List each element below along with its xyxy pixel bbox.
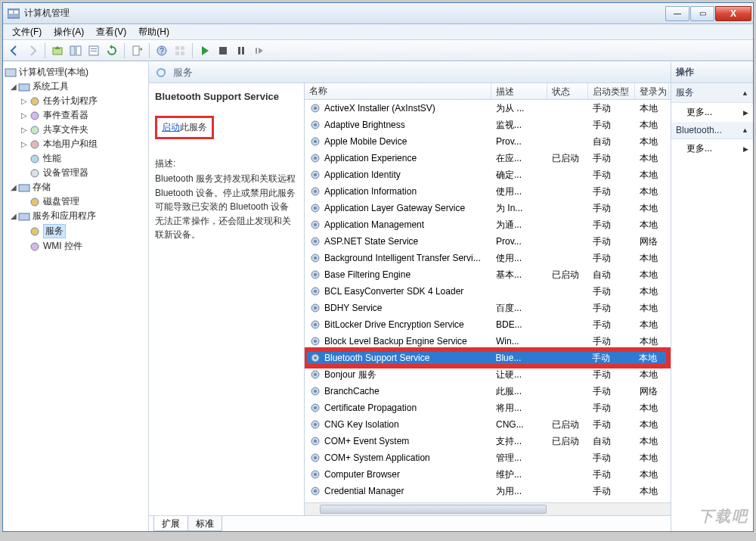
gear-icon: [309, 285, 321, 297]
scrollbar-thumb[interactable]: [320, 505, 547, 514]
list-row[interactable]: BranchCache此服...手动网络: [305, 383, 671, 400]
menu-action[interactable]: 操作(A): [48, 24, 90, 40]
list-row[interactable]: BitLocker Drive Encryption ServiceBDE...…: [305, 316, 671, 333]
list-row[interactable]: COM+ Event System支持...已启动自动本地: [305, 433, 671, 449]
menu-view[interactable]: 查看(V): [90, 24, 132, 40]
column-startup[interactable]: 启动类型: [588, 83, 635, 99]
action-more-1[interactable]: 更多... ▶: [671, 103, 753, 122]
close-button[interactable]: X: [715, 6, 751, 21]
tree-toggle-icon[interactable]: ◢: [9, 183, 18, 191]
tree-group[interactable]: ◢存储: [5, 180, 147, 194]
menu-file[interactable]: 文件(F): [6, 24, 48, 40]
list-row[interactable]: Base Filtering Engine基本...已启动自动本地: [305, 266, 671, 283]
list-row[interactable]: Bonjour 服务让硬...手动本地: [305, 366, 671, 383]
tree-toggle-icon[interactable]: ◢: [9, 82, 18, 91]
svg-point-79: [314, 473, 317, 476]
tree-toggle-icon[interactable]: ▷: [20, 140, 29, 148]
forward-icon[interactable]: [24, 42, 41, 59]
cell-desc: 为用...: [491, 485, 547, 498]
grid-icon[interactable]: [172, 42, 188, 59]
cell-name: Adaptive Brightness: [324, 120, 405, 130]
cell-desc: 百度...: [491, 302, 547, 315]
menu-help[interactable]: 帮助(H): [132, 24, 175, 40]
tree-item[interactable]: ▷本地用户和组: [5, 137, 147, 151]
menu-bar: 文件(F) 操作(A) 查看(V) 帮助(H): [3, 24, 753, 40]
list-row[interactable]: Apple Mobile DeviceProv...自动本地: [305, 133, 671, 150]
tree-item[interactable]: 设备管理器: [5, 166, 147, 180]
action-more-2[interactable]: 更多... ▶: [671, 139, 753, 158]
list-row[interactable]: COM+ System Application管理...手动本地: [305, 449, 671, 466]
tree-toggle-icon[interactable]: ◢: [9, 212, 18, 220]
action-section-services[interactable]: 服务 ▲: [671, 83, 753, 103]
tree-item[interactable]: 服务: [5, 223, 147, 239]
list-row[interactable]: Computer Browser维护...手动本地: [305, 466, 671, 483]
tree-item[interactable]: ▷共享文件夹: [5, 123, 147, 137]
list-row[interactable]: Application Information使用...手动本地: [305, 183, 671, 200]
tree-item[interactable]: ▷事件查看器: [5, 108, 147, 123]
list-row[interactable]: Application Identity确定...手动本地: [305, 166, 671, 183]
list-row[interactable]: BDHY Service百度...手动本地: [305, 300, 671, 316]
list-header-row[interactable]: 名称 描述 状态 启动类型 登录为: [305, 83, 671, 100]
export-icon[interactable]: [129, 42, 145, 59]
tree-panel[interactable]: 计算机管理(本地) ◢系统工具▷任务计划程序▷事件查看器▷共享文件夹▷本地用户和…: [3, 62, 149, 531]
svg-point-77: [314, 456, 317, 459]
minimize-button[interactable]: —: [665, 6, 689, 21]
tree-item[interactable]: 性能: [5, 151, 147, 166]
column-logon[interactable]: 登录为: [635, 83, 669, 99]
list-row[interactable]: CNG Key IsolationCNG...已启动手动本地: [305, 416, 671, 433]
tree-item[interactable]: WMI 控件: [5, 239, 147, 253]
list-row[interactable]: Application Layer Gateway Service为 In...…: [305, 200, 671, 216]
cell-desc: 监视...: [491, 119, 547, 132]
tree-group[interactable]: ◢系统工具: [5, 79, 147, 94]
column-name[interactable]: 名称: [305, 83, 491, 99]
item-icon: [29, 138, 41, 151]
tree-label: 任务计划程序: [43, 95, 98, 107]
back-icon[interactable]: [6, 42, 23, 59]
title-bar[interactable]: 计算机管理 — ▭ X: [3, 3, 753, 24]
action-section-bluetooth[interactable]: Bluetooth... ▲: [671, 122, 753, 139]
tree-toggle-icon[interactable]: ▷: [20, 126, 29, 134]
play-icon[interactable]: [197, 42, 213, 59]
list-row[interactable]: ActiveX Installer (AxInstSV)为从 ...手动本地: [305, 100, 671, 117]
tree-label: 共享文件夹: [43, 123, 88, 136]
cell-name: COM+ Event System: [324, 436, 409, 446]
list-row[interactable]: Bluetooth Support ServiceBlue...手动本地: [305, 350, 668, 366]
list-row[interactable]: Adaptive Brightness监视...手动本地: [305, 117, 671, 133]
stop-icon[interactable]: [215, 42, 231, 59]
column-desc[interactable]: 描述: [491, 83, 547, 99]
list-row[interactable]: Credential Manager为用...手动本地: [305, 483, 671, 499]
tab-standard[interactable]: 标准: [187, 516, 222, 531]
list-row[interactable]: Background Intelligent Transfer Servi...…: [305, 250, 671, 266]
refresh-small-icon[interactable]: [155, 67, 167, 79]
column-status[interactable]: 状态: [547, 83, 588, 99]
refresh-icon[interactable]: [104, 42, 120, 59]
list-row[interactable]: BCL EasyConverter SDK 4 Loader手动本地: [305, 283, 671, 300]
tree-item[interactable]: ▷任务计划程序: [5, 94, 147, 108]
cell-startup: 手动: [588, 485, 635, 498]
show-hide-tree-icon[interactable]: [67, 42, 84, 59]
pause-icon[interactable]: [233, 42, 249, 59]
list-row[interactable]: Application Management为通...手动本地: [305, 216, 671, 233]
list-row[interactable]: Certificate Propagation将用...手动本地: [305, 400, 671, 416]
tree-item[interactable]: 磁盘管理: [5, 194, 147, 209]
tree-group[interactable]: ◢服务和应用程序: [5, 209, 147, 223]
list-row[interactable]: Block Level Backup Engine ServiceWin...手…: [305, 333, 671, 350]
start-service-link[interactable]: 启动: [162, 122, 180, 132]
horizontal-scrollbar[interactable]: [305, 502, 671, 515]
maximize-button[interactable]: ▭: [690, 6, 714, 21]
restart-icon[interactable]: [251, 42, 268, 59]
cell-desc: 支持...: [491, 435, 547, 448]
svg-rect-18: [242, 47, 244, 54]
tab-extended[interactable]: 扩展: [153, 516, 188, 531]
list-row[interactable]: ASP.NET State ServiceProv...手动网络: [305, 233, 671, 250]
gear-icon: [309, 402, 321, 414]
up-icon[interactable]: [49, 42, 66, 59]
tree-toggle-icon[interactable]: ▷: [20, 97, 29, 105]
properties-icon[interactable]: [85, 42, 102, 59]
help-icon[interactable]: ?: [153, 42, 170, 59]
desc-text: Bluetooth 服务支持发现和关联远程 Bluetooth 设备。停止或禁用…: [155, 172, 298, 242]
cell-startup: 手动: [588, 418, 635, 431]
list-row[interactable]: Application Experience在应...已启动手动本地: [305, 150, 671, 166]
tree-toggle-icon[interactable]: ▷: [20, 111, 29, 120]
tree-root[interactable]: 计算机管理(本地): [5, 65, 147, 79]
